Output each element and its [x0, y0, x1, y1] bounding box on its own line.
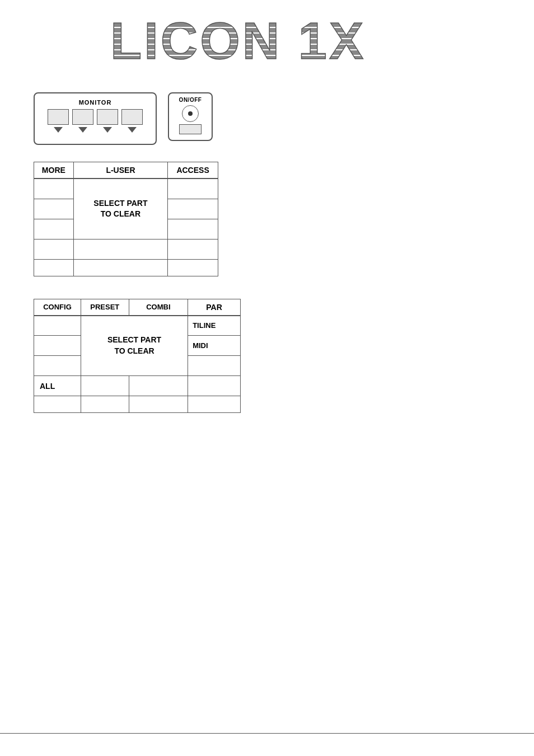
svg-text:LICON 1X: LICON 1X	[110, 12, 366, 64]
cell-empty	[73, 259, 167, 276]
table-row	[34, 239, 218, 259]
table-2: CONFIG PRESET COMBI PAR SELECT PARTTO CL…	[34, 299, 241, 414]
display-screen-1	[48, 109, 69, 125]
display-unit-1	[48, 109, 69, 133]
table-row: ALL	[34, 376, 241, 396]
cell-empty	[168, 219, 218, 239]
table2-header-preset: PRESET	[81, 299, 129, 316]
display-arrow-1	[54, 127, 63, 133]
bottom-divider	[0, 733, 534, 734]
display-screen-4	[121, 109, 143, 125]
onoff-switch[interactable]	[179, 124, 202, 134]
onoff-label: ON/OFF	[179, 97, 202, 103]
table2-header-par: PAR	[188, 299, 241, 316]
table-row	[34, 396, 241, 413]
table-row: SELECT PARTTO CLEAR TILINE	[34, 316, 241, 336]
display-unit-3	[97, 109, 118, 133]
table2-header-combi: COMBI	[129, 299, 188, 316]
display-unit-4	[121, 109, 143, 133]
onoff-box: ON/OFF	[168, 92, 213, 141]
cell-empty	[81, 376, 129, 396]
table1-header-luser: L-USER	[73, 162, 167, 179]
cell-empty	[168, 199, 218, 219]
monitor-displays	[41, 109, 149, 133]
onoff-button[interactable]	[182, 105, 199, 122]
cell-empty	[168, 259, 218, 276]
display-arrow-2	[78, 127, 87, 133]
select-part-label-1: SELECT PARTTO CLEAR	[73, 179, 167, 239]
cell-empty	[81, 396, 129, 413]
cell-empty	[34, 356, 81, 376]
cell-empty	[34, 199, 74, 219]
cell-empty	[168, 179, 218, 199]
cell-empty	[34, 336, 81, 356]
table-row: SELECT PARTTO CLEAR	[34, 179, 218, 199]
cell-tiline: TILINE	[188, 316, 241, 336]
display-arrow-3	[103, 127, 112, 133]
display-unit-2	[72, 109, 93, 133]
cell-empty	[129, 376, 188, 396]
monitor-box: MONITOR	[34, 92, 157, 145]
table-row	[34, 259, 218, 276]
display-screen-2	[72, 109, 93, 125]
table1-header-access: ACCESS	[168, 162, 218, 179]
table1-header-more: MORE	[34, 162, 74, 179]
onoff-dot	[188, 111, 193, 116]
cell-empty	[188, 376, 241, 396]
devices-section: MONITOR ON/OFF	[0, 81, 534, 162]
select-part-label-2: SELECT PARTTO CLEAR	[81, 316, 188, 376]
display-arrow-4	[128, 127, 137, 133]
table-1: MORE L-USER ACCESS SELECT PARTTO CLEAR	[34, 162, 218, 276]
cell-empty	[34, 219, 74, 239]
cell-empty	[34, 259, 74, 276]
cell-empty	[34, 396, 81, 413]
cell-empty	[34, 239, 74, 259]
cell-empty	[34, 316, 81, 336]
cell-all: ALL	[34, 376, 81, 396]
cell-empty	[73, 239, 167, 259]
cell-midi: MIDI	[188, 336, 241, 356]
cell-empty	[129, 396, 188, 413]
cell-empty	[188, 396, 241, 413]
logo-section: LICON 1X LICON 1X	[0, 0, 534, 81]
cell-empty	[168, 239, 218, 259]
table2-header-config: CONFIG	[34, 299, 81, 316]
cell-empty	[34, 179, 74, 199]
tables-section: MORE L-USER ACCESS SELECT PARTTO CLEAR	[0, 162, 534, 413]
logo-svg: LICON 1X LICON 1X	[110, 11, 424, 64]
cell-empty	[188, 356, 241, 376]
monitor-label: MONITOR	[41, 99, 149, 106]
display-screen-3	[97, 109, 118, 125]
